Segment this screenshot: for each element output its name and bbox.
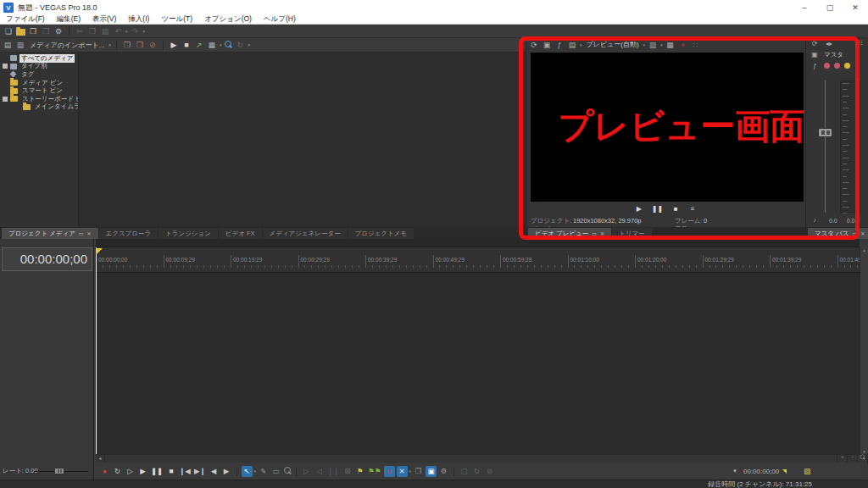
- media-list-area[interactable]: [79, 53, 526, 227]
- tab-トリマー[interactable]: トリマー: [612, 228, 652, 239]
- timeline-timecode-display[interactable]: 00:00:00;00: [2, 247, 92, 271]
- tab-メディアジェネレーター[interactable]: メディアジェネレーター: [263, 228, 348, 239]
- tab-プロジェクトメモ[interactable]: プロジェクトメモ: [348, 228, 414, 239]
- close-icon[interactable]: ✕: [600, 230, 604, 236]
- nudge-icon[interactable]: ▢: [459, 466, 470, 477]
- undock-icon[interactable]: ▭: [592, 230, 597, 236]
- next-frame-icon[interactable]: ▶: [221, 466, 232, 477]
- tab-ビデオ-プレビュー[interactable]: ビデオ プレビュー▭✕: [528, 228, 611, 239]
- record-icon[interactable]: ●: [99, 466, 110, 477]
- play-from-start-icon[interactable]: ▷: [125, 466, 136, 477]
- tree-item-0[interactable]: すべてのメディア: [0, 54, 78, 63]
- mute-icon[interactable]: [824, 63, 830, 69]
- insert-region-icon[interactable]: ⚑⚑: [367, 466, 381, 477]
- selection-tool-icon[interactable]: ▭: [270, 466, 281, 477]
- maximize-button[interactable]: ▢: [817, 0, 843, 15]
- menu-item-5[interactable]: オプション(O): [198, 14, 258, 25]
- capture-video-icon[interactable]: ❒: [122, 40, 132, 50]
- dropdown-caret-icon[interactable]: ▾: [220, 42, 222, 47]
- track-list-area[interactable]: [0, 239, 94, 463]
- pause-icon[interactable]: ❚❚: [150, 466, 164, 477]
- preview-quality-button[interactable]: プレビュー(自動): [585, 40, 641, 49]
- safe-area-grid-icon[interactable]: ▦: [665, 40, 676, 50]
- panel-grip-icon[interactable]: ⠿: [858, 40, 863, 47]
- timeline-vertical-scrollbar[interactable]: ▴▾: [860, 247, 868, 454]
- menu-item-6[interactable]: ヘルプ(H): [258, 14, 302, 25]
- timeline-track-area[interactable]: [96, 273, 860, 454]
- external-monitor-icon[interactable]: ▣: [542, 40, 552, 50]
- time-ruler[interactable]: 00:00:00;0000:00:09;2900:00:19;2900:00:2…: [96, 247, 860, 273]
- new-project-icon[interactable]: ❏: [3, 26, 14, 36]
- play-icon[interactable]: ▶: [634, 204, 644, 214]
- edit-cursor[interactable]: [96, 247, 97, 454]
- project-properties-icon[interactable]: ⚙: [53, 26, 64, 36]
- dropdown-caret-icon[interactable]: ▾: [108, 42, 111, 47]
- menu-item-3[interactable]: 挿入(I): [122, 14, 155, 25]
- menu-item-4[interactable]: ツール(T): [155, 14, 198, 25]
- snapshot-icon[interactable]: ∷: [691, 40, 701, 50]
- trim-start-icon[interactable]: ▷: [301, 466, 312, 477]
- menu-item-0[interactable]: ファイル(F): [0, 14, 51, 25]
- previous-frame-icon[interactable]: ◀: [209, 466, 220, 477]
- insert-marker-icon[interactable]: ⚑: [354, 466, 365, 477]
- cut-icon[interactable]: ✂: [75, 26, 85, 36]
- menu-item-1[interactable]: 編集(E): [51, 14, 86, 25]
- import-media-icon-icon[interactable]: ▥: [15, 40, 25, 50]
- search-icon[interactable]: [224, 41, 232, 49]
- lock-event-icon[interactable]: ⊠: [342, 466, 353, 477]
- dropdown-caret-icon[interactable]: ▾: [580, 42, 582, 47]
- redo-icon[interactable]: ↷: [131, 26, 141, 36]
- overlays-icon[interactable]: ▤: [567, 40, 577, 50]
- copy-icon[interactable]: ❐: [87, 26, 97, 36]
- extract-audio-icon[interactable]: ❒: [135, 40, 145, 50]
- tab-ビデオ-FX[interactable]: ビデオ FX: [219, 228, 262, 239]
- dropdown-caret-icon[interactable]: ▾: [248, 42, 250, 47]
- video-output-fx-icon[interactable]: ƒ: [554, 40, 565, 50]
- dropdown-caret-icon[interactable]: ▾: [643, 42, 646, 47]
- paste-icon[interactable]: ▤: [100, 26, 110, 36]
- undock-icon[interactable]: ▭: [79, 230, 84, 236]
- dropdown-caret-icon[interactable]: ▾: [254, 469, 257, 474]
- preview-start-icon[interactable]: ▶: [169, 40, 179, 50]
- normal-edit-tool-icon[interactable]: ↖: [242, 466, 253, 477]
- render-as-icon[interactable]: ❒: [41, 26, 51, 36]
- marker-bar[interactable]: [96, 239, 860, 247]
- trim-end-icon[interactable]: ◁: [314, 466, 325, 477]
- scroll-left-icon[interactable]: ◂: [96, 455, 105, 463]
- tab-プロジェクト-メディア[interactable]: プロジェクト メディア▭✕: [2, 228, 98, 239]
- transport-timecode[interactable]: 00:00:00;00: [743, 468, 779, 475]
- save-project-icon[interactable]: ❐: [28, 26, 38, 36]
- refresh-icon[interactable]: ↻: [235, 40, 245, 50]
- preview-menu-icon[interactable]: ≡: [687, 204, 698, 214]
- tree-item-6[interactable]: メインタイムライン: [0, 103, 78, 112]
- volume-fader-handle[interactable]: [818, 128, 832, 137]
- undo-icon[interactable]: ↶: [113, 26, 123, 36]
- envelope-tool-icon[interactable]: ✎: [258, 466, 269, 477]
- go-to-end-icon[interactable]: ▶❙: [193, 466, 207, 477]
- timeline-horizontal-scrollbar[interactable]: ◂ ＋ －: [96, 454, 868, 463]
- script-icon[interactable]: ⊘: [484, 466, 495, 477]
- go-to-start-icon[interactable]: ❙◀: [178, 466, 192, 477]
- dropdown-caret-icon[interactable]: ▾: [143, 29, 146, 34]
- get-photo-icon[interactable]: ⊘: [147, 40, 158, 50]
- loop-playback-icon[interactable]: ↻: [112, 466, 123, 477]
- downmix-icon[interactable]: ⟳: [810, 39, 820, 49]
- close-button[interactable]: ✕: [843, 0, 868, 15]
- lock-envelopes-icon[interactable]: ❐: [413, 466, 424, 477]
- menu-item-2[interactable]: 表示(V): [86, 14, 122, 25]
- close-icon[interactable]: ✕: [860, 230, 865, 236]
- media-properties-icon[interactable]: ↗: [194, 40, 204, 50]
- minimize-button[interactable]: –: [792, 0, 817, 15]
- playhead-marker-icon[interactable]: [96, 248, 103, 255]
- undock-icon[interactable]: ▭: [852, 230, 857, 236]
- view-mode-icon[interactable]: ▦: [207, 40, 217, 50]
- split-icon[interactable]: ❘❘: [326, 466, 340, 477]
- tab-マスタ-バス[interactable]: マスタ バス▭✕: [808, 228, 868, 239]
- media-bins-view-icon[interactable]: ▤: [3, 40, 13, 50]
- dropdown-caret-icon[interactable]: ▾: [409, 469, 412, 474]
- speaker-icon[interactable]: ♪: [810, 215, 820, 225]
- dropdown-caret-icon[interactable]: ▾: [125, 29, 128, 34]
- pin-icon[interactable]: ▼: [730, 466, 740, 476]
- preview-stop-icon[interactable]: ■: [181, 40, 192, 50]
- expand-icon[interactable]: [3, 64, 8, 69]
